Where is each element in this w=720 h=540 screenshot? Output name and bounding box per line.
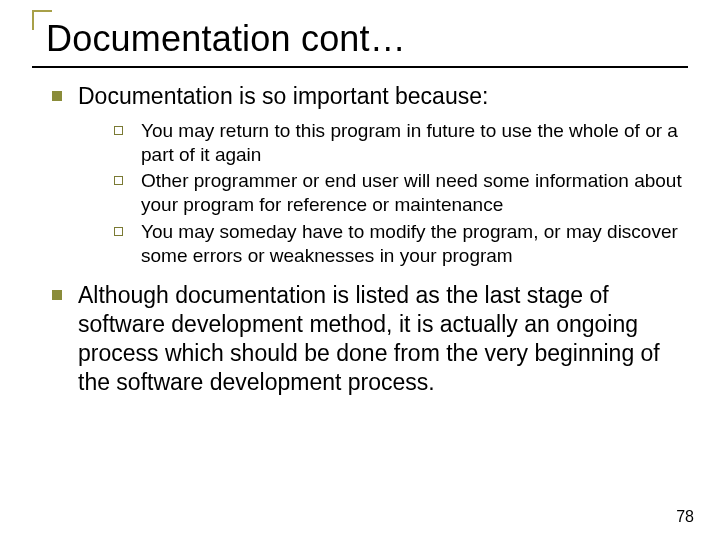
open-square-bullet-icon: [114, 126, 123, 135]
bullet-level2: Other programmer or end user will need s…: [114, 169, 682, 217]
bullet-level2: You may return to this program in future…: [114, 119, 682, 167]
square-bullet-icon: [52, 290, 62, 300]
bullet-text: Documentation is so important because:: [78, 82, 488, 111]
slide: Documentation cont… Documentation is so …: [0, 0, 720, 540]
open-square-bullet-icon: [114, 176, 123, 185]
bullet-text: Although documentation is listed as the …: [78, 281, 682, 396]
bullet-level1: Documentation is so important because:: [52, 82, 682, 111]
sub-bullet-list: You may return to this program in future…: [114, 119, 682, 268]
page-number: 78: [676, 508, 694, 526]
title-container: Documentation cont…: [32, 18, 688, 68]
bullet-level2: You may someday have to modify the progr…: [114, 220, 682, 268]
slide-body: Documentation is so important because: Y…: [32, 82, 688, 396]
slide-title: Documentation cont…: [46, 18, 688, 60]
open-square-bullet-icon: [114, 227, 123, 236]
sub-bullet-text: Other programmer or end user will need s…: [141, 169, 682, 217]
square-bullet-icon: [52, 91, 62, 101]
sub-bullet-text: You may someday have to modify the progr…: [141, 220, 682, 268]
bullet-level1: Although documentation is listed as the …: [52, 281, 682, 396]
title-corner-accent: [32, 10, 52, 30]
sub-bullet-text: You may return to this program in future…: [141, 119, 682, 167]
